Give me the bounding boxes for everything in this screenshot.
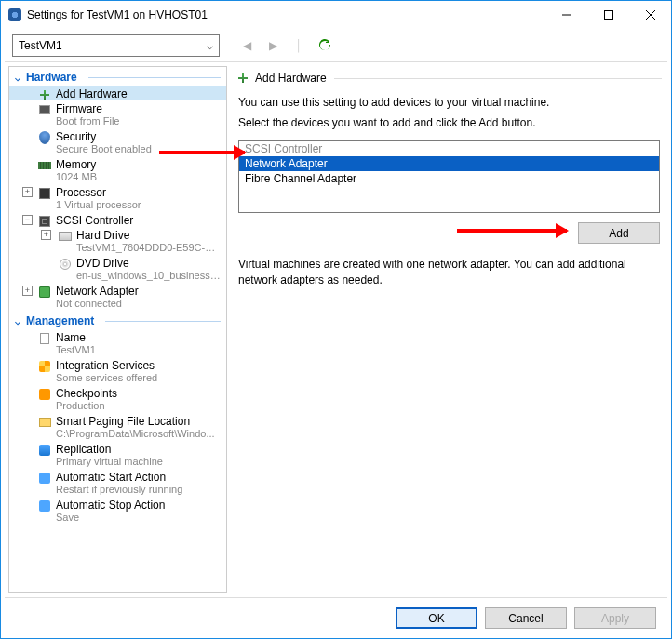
- tree-item-memory[interactable]: Memory 1024 MB: [9, 156, 226, 184]
- tree-item-checkpoints[interactable]: Checkpoints Production: [9, 385, 226, 413]
- settings-icon: [8, 8, 21, 21]
- shield-icon: [37, 130, 52, 145]
- tree-item-scsi[interactable]: − SCSI Controller: [9, 212, 226, 227]
- name-icon: [37, 331, 52, 346]
- svg-rect-1: [604, 11, 612, 20]
- device-scsi-controller[interactable]: SCSI Controller: [239, 141, 659, 156]
- add-button[interactable]: Add: [578, 222, 660, 244]
- maximize-button[interactable]: [587, 1, 629, 29]
- checkpoints-icon: [37, 387, 52, 402]
- right-pane-title: Add Hardware: [255, 72, 327, 85]
- description-line-2: Select the devices you want to add and c…: [238, 114, 660, 131]
- close-button[interactable]: [629, 1, 671, 29]
- ok-button[interactable]: OK: [396, 607, 477, 629]
- toolbar: TestVM1 ⌵ ◀ ▶ │: [5, 29, 667, 62]
- device-fibre-channel[interactable]: Fibre Channel Adapter: [239, 171, 659, 186]
- device-network-adapter[interactable]: Network Adapter: [239, 156, 659, 171]
- nic-icon: [37, 285, 52, 300]
- services-icon: [37, 359, 52, 374]
- hdd-icon: [58, 229, 73, 244]
- expand-icon: ⌵: [15, 73, 20, 83]
- expand-toggle[interactable]: −: [22, 215, 33, 225]
- tree-item-security[interactable]: Security Secure Boot enabled: [9, 128, 226, 156]
- folder-icon: [37, 415, 52, 430]
- refresh-button[interactable]: [315, 35, 335, 56]
- tree-item-name[interactable]: Name TestVM1: [9, 329, 226, 357]
- cancel-button[interactable]: Cancel: [485, 607, 567, 629]
- titlebar: Settings for TestVM1 on HVHOST01: [1, 1, 671, 29]
- nav-forward-button[interactable]: ▶: [262, 35, 283, 56]
- tree-item-auto-stop[interactable]: Automatic Stop Action Save: [9, 497, 226, 525]
- tree-item-dvd-drive[interactable]: DVD Drive en-us_windows_10_business_...: [9, 255, 226, 283]
- tree-item-replication[interactable]: Replication Primary virtual machine: [9, 441, 226, 469]
- auto-stop-icon: [37, 499, 52, 513]
- management-section-header[interactable]: ⌵ Management: [9, 311, 226, 329]
- nav-back-button[interactable]: ◀: [236, 35, 257, 56]
- tree-item-auto-start[interactable]: Automatic Start Action Restart if previo…: [9, 469, 226, 497]
- apply-button[interactable]: Apply: [574, 607, 656, 629]
- dialog-footer: OK Cancel Apply: [5, 597, 667, 638]
- tree-item-hard-drive[interactable]: + Hard Drive TestVM1_7604DDD0-E59C-4D...: [9, 227, 226, 255]
- settings-window: Settings for TestVM1 on HVHOST01 TestVM1…: [0, 0, 672, 639]
- window-title: Settings for TestVM1 on HVHOST01: [27, 8, 208, 21]
- vm-selected-name: TestVM1: [19, 39, 62, 52]
- settings-tree[interactable]: ⌵ Hardware Add Hardware Firmware Boot fr…: [8, 66, 227, 593]
- chevron-down-icon: ⌵: [207, 39, 213, 52]
- right-pane: Add Hardware You can use this setting to…: [235, 66, 664, 593]
- expand-icon: ⌵: [15, 316, 20, 326]
- tree-item-add-hardware[interactable]: Add Hardware: [9, 86, 226, 100]
- firmware-icon: [37, 102, 52, 117]
- hardware-section-header[interactable]: ⌵ Hardware: [9, 67, 226, 86]
- expand-toggle[interactable]: +: [22, 286, 33, 296]
- auto-start-icon: [37, 471, 52, 486]
- device-list[interactable]: SCSI Controller Network Adapter Fibre Ch…: [238, 140, 660, 213]
- tree-item-firmware[interactable]: Firmware Boot from File: [9, 100, 226, 128]
- description-line-1: You can use this setting to add devices …: [238, 94, 660, 111]
- processor-icon: [37, 186, 52, 201]
- replication-icon: [37, 443, 52, 458]
- tree-item-processor[interactable]: + Processor 1 Virtual processor: [9, 184, 226, 212]
- expand-toggle[interactable]: +: [41, 230, 51, 240]
- tree-item-network-adapter[interactable]: + Network Adapter Not connected: [9, 283, 226, 311]
- add-hardware-icon: [238, 73, 248, 83]
- expand-toggle[interactable]: +: [22, 187, 33, 197]
- minimize-button[interactable]: [545, 1, 587, 29]
- dvd-icon: [58, 257, 73, 272]
- memory-icon: [37, 158, 52, 173]
- device-help-text: Virtual machines are created with one ne…: [235, 247, 664, 298]
- vm-selector[interactable]: TestVM1 ⌵: [12, 34, 220, 57]
- toolbar-separator: │: [289, 35, 309, 56]
- tree-item-paging-file[interactable]: Smart Paging File Location C:\ProgramDat…: [9, 413, 226, 441]
- tree-item-integration-services[interactable]: Integration Services Some services offer…: [9, 357, 226, 385]
